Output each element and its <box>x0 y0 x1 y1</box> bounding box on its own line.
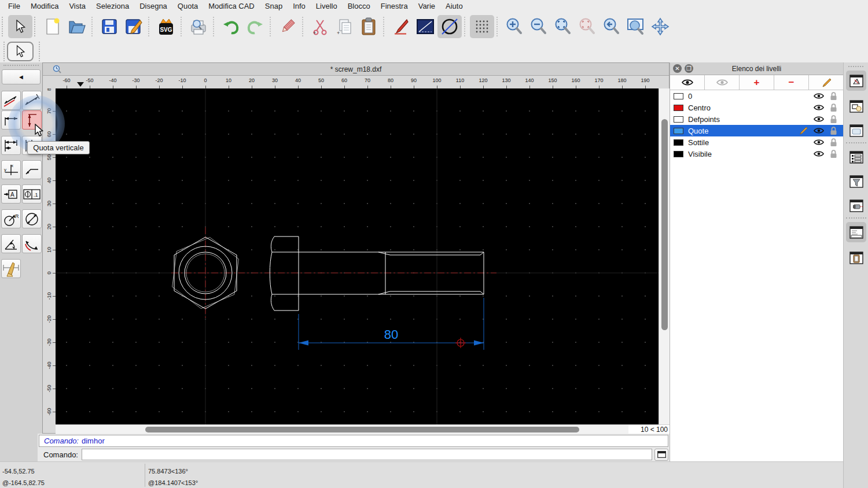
menu-item[interactable]: Vista <box>64 0 91 13</box>
zoom-selection-button[interactable] <box>575 15 599 38</box>
zoom-in-button[interactable] <box>502 15 527 38</box>
layer-lock-icon[interactable] <box>830 150 837 158</box>
dim-remove-button[interactable] <box>1 259 21 278</box>
toggle-filter-dock-button[interactable] <box>846 171 866 191</box>
horizontal-scrollbar-thumb[interactable] <box>145 427 579 432</box>
layer-row[interactable]: Quote <box>670 125 843 136</box>
vertical-scrollbar-thumb[interactable] <box>661 119 668 330</box>
dim-aligned-button[interactable] <box>1 91 21 110</box>
save-button[interactable] <box>97 15 122 38</box>
layer-row[interactable]: Defpoints <box>670 113 843 125</box>
dim-ordinate-button[interactable]: x y <box>1 160 21 179</box>
horizontal-scrollbar[interactable]: 10 < 100 <box>56 424 670 434</box>
circle-tool-button[interactable] <box>437 15 462 38</box>
layer-row[interactable]: 0 <box>670 90 843 102</box>
layer-color-swatch[interactable] <box>674 139 683 146</box>
layer-visibility-icon[interactable] <box>814 104 824 111</box>
remove-layer-button[interactable]: − <box>774 75 809 90</box>
toggle-clipboard-dock-button[interactable] <box>846 247 866 268</box>
layer-color-swatch[interactable] <box>674 151 683 157</box>
dim-diametric-button[interactable] <box>22 209 42 228</box>
menu-item[interactable]: Disegna <box>134 0 172 13</box>
dock-drag-handle[interactable] <box>848 66 863 69</box>
paste-button[interactable] <box>356 15 381 38</box>
undock-icon[interactable]: ❐ <box>685 64 693 73</box>
toggle-library-dock-button[interactable] <box>846 120 866 141</box>
bolt-side-view[interactable] <box>270 236 484 310</box>
layer-visibility-icon[interactable] <box>814 150 824 157</box>
zoom-window-button[interactable] <box>624 15 648 38</box>
layer-color-swatch[interactable] <box>674 93 683 99</box>
pencil-icon[interactable] <box>799 127 808 135</box>
layer-visibility-icon[interactable] <box>814 139 824 146</box>
print-preview-button[interactable] <box>186 15 211 38</box>
menu-item[interactable]: Seleziona <box>91 0 134 13</box>
select-tool-button[interactable] <box>7 42 34 61</box>
layer-color-swatch[interactable] <box>674 116 683 123</box>
layer-panel-titlebar[interactable]: ✕ ❐ Elenco dei livelli <box>670 62 843 75</box>
dim-tolerance-button[interactable]: .1 <box>22 184 42 204</box>
line-tool-button[interactable] <box>413 15 437 38</box>
add-layer-button[interactable]: + <box>740 75 774 90</box>
menu-item[interactable]: Finestra <box>376 0 413 13</box>
toolbar-drag-handle[interactable] <box>34 17 39 36</box>
toolbar-back-button[interactable]: ◄ <box>2 69 41 84</box>
cut-button[interactable]: + <box>308 15 332 38</box>
menu-item[interactable]: Varie <box>413 0 440 13</box>
dim-text-button[interactable]: A <box>1 184 21 204</box>
layer-color-swatch[interactable] <box>674 128 683 134</box>
pen-attributes-button[interactable] <box>389 15 413 38</box>
layer-color-swatch[interactable] <box>674 105 683 111</box>
menu-item[interactable]: Modifica <box>25 0 64 13</box>
zoom-auto-button[interactable] <box>551 15 575 38</box>
menu-item[interactable]: Modifica CAD <box>203 0 259 13</box>
dim-horizontal-button[interactable] <box>1 110 21 130</box>
dock-drag-handle[interactable] <box>3 65 39 69</box>
layer-visibility-icon[interactable] <box>814 127 824 134</box>
select-pointer-button[interactable] <box>8 15 32 38</box>
show-all-layers-button[interactable] <box>670 75 705 90</box>
close-icon[interactable]: ✕ <box>673 64 682 73</box>
drawing-window-titlebar[interactable]: * screw_m18.dxf <box>43 63 669 76</box>
layer-row[interactable]: Sottile <box>670 136 843 148</box>
open-file-button[interactable] <box>65 15 89 38</box>
toggle-block-dock-button[interactable] <box>846 96 866 116</box>
menu-item[interactable]: File <box>0 0 25 13</box>
dim-arc-button[interactable] <box>22 234 42 253</box>
grid-toggle-button[interactable] <box>470 15 494 38</box>
dim-baseline-button[interactable] <box>1 136 21 155</box>
dimension-80[interactable]: 80 <box>299 298 484 350</box>
layer-lock-icon[interactable] <box>830 115 837 124</box>
dim-leader-button[interactable] <box>22 160 42 179</box>
layer-lock-icon[interactable] <box>830 92 837 101</box>
copy-button[interactable]: + <box>332 15 356 38</box>
toggle-layer-dock-button[interactable] <box>846 71 866 91</box>
menu-item[interactable]: Aiuto <box>440 0 468 13</box>
keyboard-toggle-button[interactable] <box>654 449 668 461</box>
menu-item[interactable]: Info <box>288 0 311 13</box>
vertical-scrollbar[interactable] <box>659 88 670 424</box>
export-svg-button[interactable]: SVG <box>154 15 178 38</box>
delete-eraser-button[interactable] <box>275 15 300 38</box>
layer-lock-icon[interactable] <box>830 127 837 135</box>
dim-linear-button[interactable] <box>22 91 42 110</box>
layer-visibility-icon[interactable] <box>814 93 824 99</box>
layer-lock-icon[interactable] <box>830 138 837 147</box>
layer-lock-icon[interactable] <box>830 103 837 112</box>
pan-button[interactable] <box>648 15 672 38</box>
hide-all-layers-button[interactable] <box>705 75 740 90</box>
redo-button[interactable] <box>243 15 267 38</box>
command-input[interactable] <box>82 449 652 460</box>
save-as-button[interactable] <box>122 15 146 38</box>
dim-angular-button[interactable] <box>1 234 21 253</box>
toolbar-drag-handle[interactable] <box>2 17 6 36</box>
toggle-entity-list-dock-button[interactable] <box>846 147 866 167</box>
toggle-command-dock-button[interactable] <box>846 222 866 242</box>
undo-button[interactable] <box>219 15 243 38</box>
menu-item[interactable]: Quota <box>172 0 203 13</box>
menu-item[interactable]: Snap <box>260 0 288 13</box>
dim-radial-button[interactable]: R <box>1 209 21 228</box>
new-file-button[interactable] <box>41 15 65 38</box>
layer-row[interactable]: Centro <box>670 102 843 113</box>
menu-item[interactable]: Livello <box>311 0 343 13</box>
